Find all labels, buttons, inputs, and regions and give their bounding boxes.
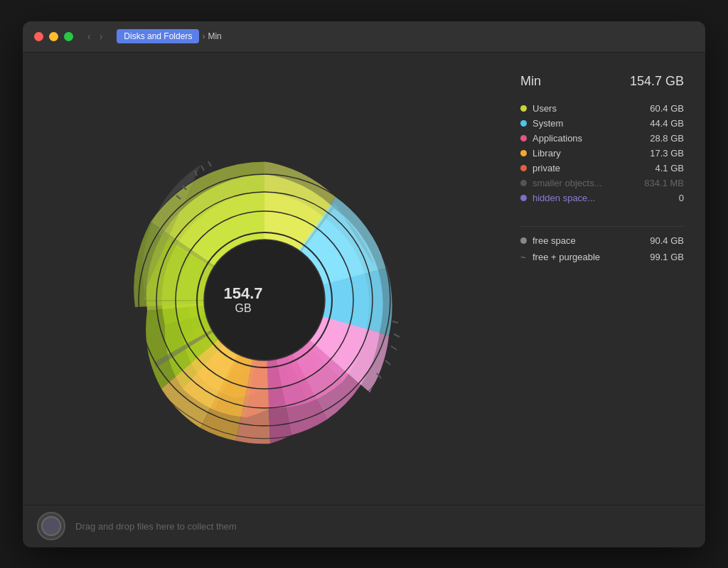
legend-label: Users: [532, 103, 628, 114]
drop-text: Drag and drop files here to collect them: [75, 521, 237, 532]
free-space-dot: [520, 237, 527, 244]
main-window: ‹ › Disks and Folders › Min: [23, 21, 705, 547]
titlebar: ‹ › Disks and Folders › Min: [23, 21, 705, 53]
info-panel: Min 154.7 GB Users60.4 GBSystem44.4 GBAp…: [506, 53, 705, 505]
legend-label: System: [532, 118, 628, 129]
chart-area: 154.7 GB: [23, 53, 506, 505]
breadcrumb: Disks and Folders › Min: [117, 29, 221, 43]
legend-list: Users60.4 GBSystem44.4 GBApplications28.…: [520, 103, 684, 203]
legend-item: Library17.3 GB: [520, 148, 684, 159]
info-total: 154.7 GB: [630, 74, 684, 89]
free-space-value: 90.4 GB: [634, 235, 684, 246]
drop-zone-icon[interactable]: [37, 512, 65, 540]
legend-dot: [520, 165, 527, 171]
legend-label: Library: [532, 148, 628, 159]
legend-value: 4.1 GB: [634, 163, 684, 173]
content-area: 154.7 GB Min 154.7 GB Users60.4 GBSystem…: [23, 53, 705, 505]
legend-item: private4.1 GB: [520, 163, 684, 173]
legend-label: private: [532, 163, 628, 173]
footer: Drag and drop files here to collect them: [23, 505, 705, 547]
info-title-row: Min 154.7 GB: [520, 74, 684, 89]
drop-icon-inner: [41, 516, 61, 536]
free-space-item: free space 90.4 GB: [520, 235, 684, 246]
svg-line-13: [392, 321, 398, 323]
legend-dot: [520, 150, 527, 156]
svg-line-10: [208, 161, 211, 166]
forward-arrow[interactable]: ›: [97, 29, 106, 43]
info-title: Min: [520, 74, 541, 89]
free-purgeable-prefix: ~: [520, 252, 527, 262]
divider: [520, 226, 684, 227]
legend-value: 0: [634, 193, 684, 203]
legend-value: 28.8 GB: [634, 133, 684, 144]
legend-dot: [520, 120, 527, 127]
close-button[interactable]: [34, 32, 43, 41]
sunburst-chart[interactable]: [80, 80, 449, 478]
svg-line-9: [201, 166, 204, 171]
legend-item: System44.4 GB: [520, 118, 684, 129]
svg-point-7: [204, 240, 325, 360]
free-purgeable-label: free + purgeable: [532, 252, 628, 262]
legend-item: smaller objects...834.1 MB: [520, 178, 684, 188]
free-purgeable-value: 99.1 GB: [634, 252, 684, 262]
legend-dot: [520, 105, 527, 112]
traffic-lights: [34, 32, 73, 41]
legend-label: Applications: [532, 133, 628, 144]
breadcrumb-current: Min: [208, 31, 221, 41]
legend-item: Users60.4 GB: [520, 103, 684, 114]
legend-value: 834.1 MB: [634, 178, 684, 188]
legend-label: hidden space...: [532, 193, 628, 203]
legend-dot: [520, 195, 527, 201]
legend-dot: [520, 135, 527, 141]
breadcrumb-separator: ›: [202, 31, 205, 41]
legend-value: 17.3 GB: [634, 148, 684, 159]
sunburst-container: 154.7 GB: [80, 80, 449, 478]
free-space-list: free space 90.4 GB ~ free + purgeable 99…: [520, 235, 684, 262]
free-purgeable-item: ~ free + purgeable 99.1 GB: [520, 252, 684, 262]
maximize-button[interactable]: [64, 32, 73, 41]
legend-dot: [520, 180, 527, 186]
breadcrumb-root[interactable]: Disks and Folders: [117, 29, 199, 43]
nav-arrows: ‹ ›: [85, 29, 105, 43]
free-space-label: free space: [532, 235, 628, 246]
legend-label: smaller objects...: [532, 178, 628, 188]
legend-item: Applications28.8 GB: [520, 133, 684, 144]
minimize-button[interactable]: [49, 32, 58, 41]
legend-value: 60.4 GB: [634, 103, 684, 114]
legend-value: 44.4 GB: [634, 118, 684, 129]
svg-line-16: [385, 360, 390, 365]
legend-item: hidden space...0: [520, 193, 684, 203]
back-arrow[interactable]: ‹: [85, 29, 94, 43]
